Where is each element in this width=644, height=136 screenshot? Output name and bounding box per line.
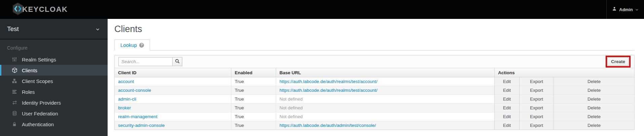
action-cell[interactable]: Edit (495, 86, 520, 94)
brand-wordmark: KEYCLOAK (22, 5, 68, 14)
user-menu[interactable]: Admin (606, 0, 644, 19)
client-id-link[interactable]: admin-cli (118, 97, 136, 102)
enabled-cell: True (231, 121, 276, 130)
sidebar-item-roles[interactable]: Roles (0, 86, 108, 97)
action-cell[interactable]: Edit (495, 77, 520, 86)
action-cell[interactable]: Export (520, 103, 554, 112)
exchange-icon (11, 100, 17, 105)
client-id-link[interactable]: realm-management (118, 114, 157, 119)
enabled-cell: True (231, 94, 276, 103)
sidebar-item-label: User Federation (22, 111, 58, 116)
sidebar-item-user-federation[interactable]: User Federation (0, 108, 108, 119)
search-input[interactable] (118, 57, 173, 66)
cube-icon (11, 67, 17, 73)
action-cell[interactable]: Export (520, 121, 554, 130)
header-enabled: Enabled (231, 68, 276, 77)
action-cell[interactable]: Delete (554, 86, 635, 94)
action-cell[interactable]: Export (520, 86, 554, 94)
sidebar-item-clients[interactable]: Clients (0, 65, 108, 76)
lock-icon (11, 121, 17, 127)
action-cell[interactable]: Edit (495, 121, 520, 130)
table-row: account-console True https://auth.labcod… (115, 86, 635, 94)
header-client-id: Client ID (115, 68, 231, 77)
sidebar-item-label: Clients (22, 67, 37, 73)
action-cell[interactable]: Export (520, 94, 554, 103)
enabled-cell: True (231, 112, 276, 121)
create-button-highlight: Create (606, 56, 631, 67)
base-url-cell: https://auth.labcode.de/auth/admin/test/… (276, 121, 495, 130)
table-toolbar: Create (114, 55, 635, 68)
action-cell[interactable]: Delete (554, 112, 635, 121)
sidebar-item-label: Identity Providers (22, 100, 61, 106)
create-button[interactable]: Create (607, 57, 629, 66)
magnifier-icon (175, 59, 180, 65)
main-content: Clients Lookup ? Create (108, 24, 644, 130)
tab-bar: Lookup ? (114, 39, 635, 51)
action-cell[interactable]: Edit (495, 112, 520, 121)
enabled-cell: True (231, 86, 276, 94)
chevron-down-icon (96, 25, 100, 33)
sidebar-section-label: Configure (7, 45, 108, 51)
tab-lookup-label: Lookup (120, 42, 137, 48)
enabled-cell: True (231, 103, 276, 112)
sidebar-item-authentication[interactable]: Authentication (0, 119, 108, 130)
table-row: account True https://auth.labcode.de/aut… (115, 77, 635, 86)
realm-name: Test (7, 25, 19, 33)
base-url-cell: Not defined (276, 103, 495, 112)
base-url-cell: https://auth.labcode.de/auth/realms/test… (276, 77, 495, 86)
realm-selector[interactable]: Test (0, 19, 108, 39)
header-actions: Actions (495, 68, 635, 77)
sliders-icon (11, 57, 17, 62)
user-name: Admin (619, 7, 633, 12)
sidebar-item-client-scopes[interactable]: Client Scopes (0, 76, 108, 86)
sidebar-item-identity-providers[interactable]: Identity Providers (0, 97, 108, 108)
base-url-cell: https://auth.labcode.de/auth/realms/test… (276, 86, 495, 94)
search-group (118, 57, 182, 66)
table-header-row: Client ID Enabled Base URL Actions (115, 68, 635, 77)
client-id-link[interactable]: broker (118, 105, 131, 110)
enabled-cell: True (231, 77, 276, 86)
table-row: realm-management True Not defined Edit E… (115, 112, 635, 121)
header-base-url: Base URL (276, 68, 495, 77)
sidebar-item-label: Authentication (22, 121, 54, 127)
search-button[interactable] (172, 57, 182, 66)
action-cell[interactable]: Delete (554, 121, 635, 130)
database-icon (11, 111, 17, 116)
table-row: broker True Not defined Edit Export Dele… (115, 103, 635, 112)
sidebar: Test Configure Realm Settings Clients (0, 19, 108, 136)
chevron-down-icon (635, 6, 639, 12)
action-cell[interactable]: Edit (495, 103, 520, 112)
client-id-link[interactable]: account-console (118, 88, 151, 93)
sidebar-item-label: Realm Settings (22, 57, 56, 62)
action-cell[interactable]: Export (520, 77, 554, 86)
keycloak-logo: KEYCLOAK (11, 2, 68, 17)
tab-lookup[interactable]: Lookup ? (114, 39, 150, 51)
sidebar-item-label: Client Scopes (22, 78, 53, 84)
sidebar-item-label: Roles (22, 89, 35, 95)
topbar: KEYCLOAK Admin (0, 0, 644, 19)
base-url-cell: Not defined (276, 94, 495, 103)
action-cell[interactable]: Delete (554, 94, 635, 103)
clients-table: Client ID Enabled Base URL Actions accou… (114, 68, 635, 130)
action-cell[interactable]: Delete (554, 77, 635, 86)
action-cell[interactable]: Delete (554, 103, 635, 112)
table-row: security-admin-console True https://auth… (115, 121, 635, 130)
table-row: admin-cli True Not defined Edit Export D… (115, 94, 635, 103)
clients-table-body: account True https://auth.labcode.de/aut… (115, 77, 635, 130)
sidebar-item-realm-settings[interactable]: Realm Settings (0, 54, 108, 65)
cubes-icon (11, 78, 17, 84)
client-id-link[interactable]: account (118, 79, 134, 84)
action-cell[interactable]: Edit (495, 94, 520, 103)
page-title: Clients (114, 24, 635, 34)
client-id-link[interactable]: security-admin-console (118, 123, 165, 128)
list-icon (11, 89, 17, 94)
action-cell[interactable]: Export (520, 112, 554, 121)
user-icon (612, 6, 617, 12)
question-circle-icon[interactable]: ? (139, 43, 144, 48)
base-url-cell: Not defined (276, 112, 495, 121)
